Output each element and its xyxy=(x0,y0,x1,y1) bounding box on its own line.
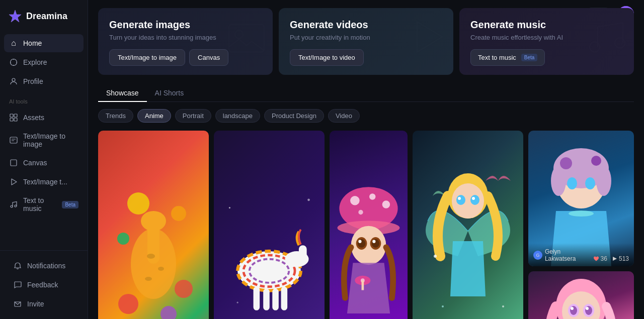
sidebar-label-text-music: Text to music xyxy=(23,196,55,212)
bottom-nav: Notifications Feedback Invite xyxy=(4,255,84,315)
sidebar-item-canvas[interactable]: Canvas xyxy=(4,154,84,172)
gallery-item-zebra[interactable]: P Prettygirl 14 150 xyxy=(214,131,325,319)
svg-point-63 xyxy=(358,210,363,215)
svg-point-37 xyxy=(551,166,566,196)
sidebar-label-feedback: Feedback xyxy=(27,281,58,289)
svg-point-91 xyxy=(571,307,574,310)
chip-anime[interactable]: Anime xyxy=(137,109,171,123)
gallery-image-zebra xyxy=(214,131,325,319)
svg-rect-74 xyxy=(362,280,364,290)
svg-point-83 xyxy=(502,305,504,307)
chip-video[interactable]: Video xyxy=(328,109,360,123)
tools-nav: Assets Text/Image to image Canvas Text/I… xyxy=(0,107,88,219)
svg-point-84 xyxy=(442,305,444,307)
sidebar-label-invite: Invite xyxy=(27,300,44,308)
gallery-item-mushroom[interactable]: P Prettygirl 20 344 xyxy=(330,131,408,319)
generate-images-buttons: Text/Image to image Canvas xyxy=(109,49,262,66)
text-music-button[interactable]: Text to music Beta xyxy=(470,49,545,66)
svg-marker-0 xyxy=(9,10,21,22)
sidebar-item-text-music[interactable]: Text to music Beta xyxy=(4,192,84,217)
svg-point-10 xyxy=(11,205,13,207)
gallery-image-pink-girl xyxy=(528,271,634,319)
svg-point-62 xyxy=(382,200,390,208)
svg-point-82 xyxy=(434,255,437,258)
svg-rect-7 xyxy=(10,137,17,143)
sidebar-label-text-image: Text/Image to image xyxy=(23,132,78,148)
chip-trends[interactable]: Trends xyxy=(98,109,133,123)
views-count-anime: 513 xyxy=(619,255,629,262)
gallery-image-fairy xyxy=(413,131,523,319)
username-anime-girl: Gelyn Lakwatsera xyxy=(545,248,593,262)
svg-point-33 xyxy=(145,277,152,281)
svg-point-81 xyxy=(472,197,475,200)
chip-portrait[interactable]: Portrait xyxy=(175,109,211,123)
generate-images-subtitle: Turn your ideas into stunning images xyxy=(109,34,262,41)
svg-point-25 xyxy=(118,294,138,314)
svg-point-40 xyxy=(591,156,601,166)
gallery-user-anime-girl: G Gelyn Lakwatsera xyxy=(533,248,593,262)
sidebar: Dreamina ⌂ Home Explore Profile AI tools… xyxy=(0,0,88,319)
svg-rect-8 xyxy=(11,160,17,166)
svg-point-41 xyxy=(567,177,577,189)
svg-point-78 xyxy=(456,195,465,205)
svg-point-80 xyxy=(458,197,461,200)
main-nav: ⌂ Home Explore Profile xyxy=(0,32,88,92)
svg-point-27 xyxy=(117,233,129,245)
sidebar-item-explore[interactable]: Explore xyxy=(4,53,84,71)
sidebar-bottom: Notifications Feedback Invite xyxy=(0,250,88,319)
music-icon xyxy=(9,200,18,209)
tab-ai-shorts[interactable]: AI Shorts xyxy=(147,85,192,102)
svg-point-42 xyxy=(585,177,595,189)
svg-point-61 xyxy=(369,193,375,199)
likes-count-anime: 36 xyxy=(601,255,607,262)
sidebar-item-home[interactable]: ⌂ Home xyxy=(4,34,84,52)
gallery-overlay-anime-girl: G Gelyn Lakwatsera 36 513 xyxy=(528,243,634,266)
text-image-button[interactable]: Text/Image to image xyxy=(109,49,185,66)
svg-point-32 xyxy=(158,267,164,271)
gallery-item-fairy[interactable] xyxy=(413,131,523,319)
svg-point-57 xyxy=(237,302,238,303)
svg-point-92 xyxy=(586,307,589,310)
home-icon: ⌂ xyxy=(9,39,18,48)
sidebar-item-notifications[interactable]: Notifications xyxy=(8,257,79,275)
svg-point-70 xyxy=(358,240,361,243)
svg-point-79 xyxy=(470,195,479,205)
svg-rect-6 xyxy=(14,118,17,121)
svg-point-68 xyxy=(358,239,366,248)
sidebar-item-text-video[interactable]: Text/Image t... xyxy=(4,173,84,191)
sidebar-item-assets[interactable]: Assets xyxy=(4,109,84,127)
chip-product-design[interactable]: Product Design xyxy=(264,109,324,123)
canvas-button[interactable]: Canvas xyxy=(189,49,228,66)
svg-rect-5 xyxy=(10,118,13,121)
feedback-icon xyxy=(13,280,22,289)
gallery-item-giraffe[interactable]: j jan 208 35 391 xyxy=(98,131,209,319)
svg-point-43 xyxy=(569,210,594,217)
tab-showcase[interactable]: Showcase xyxy=(98,85,147,102)
gallery-item-pink-girl[interactable] xyxy=(528,271,634,319)
sidebar-label-explore: Explore xyxy=(23,58,47,66)
gallery-stats-anime-girl: 36 513 xyxy=(593,255,629,262)
sidebar-item-invite[interactable]: Invite xyxy=(8,295,79,313)
ai-tools-section-label: AI tools xyxy=(0,92,88,107)
sidebar-item-profile[interactable]: Profile xyxy=(4,72,84,90)
generate-videos-subtitle: Put your creativity in motion xyxy=(290,34,442,41)
sidebar-label-profile: Profile xyxy=(23,77,43,85)
svg-rect-3 xyxy=(10,114,13,117)
sidebar-item-feedback[interactable]: Feedback xyxy=(8,276,79,294)
sidebar-item-text-image[interactable]: Text/Image to image xyxy=(4,128,84,153)
app-logo: Dreamina xyxy=(0,0,88,32)
canvas-icon xyxy=(9,158,18,167)
text-video-button[interactable]: Text/Image to video xyxy=(290,49,364,66)
sidebar-label-assets: Assets xyxy=(23,114,44,122)
svg-point-31 xyxy=(147,254,155,259)
gallery-item-anime-girl[interactable]: G Gelyn Lakwatsera 36 513 xyxy=(528,131,634,266)
svg-rect-54 xyxy=(299,245,307,261)
generate-music-buttons: Text to music Beta xyxy=(470,49,623,66)
svg-rect-51 xyxy=(272,289,279,310)
gallery-image-giraffe xyxy=(98,131,209,319)
explore-icon xyxy=(9,58,18,67)
sidebar-label-text-video: Text/Image t... xyxy=(23,178,67,186)
filter-chips: Trends Anime Portrait landscape Product … xyxy=(98,109,634,123)
svg-point-24 xyxy=(141,211,166,231)
chip-landscape[interactable]: landscape xyxy=(215,109,260,123)
